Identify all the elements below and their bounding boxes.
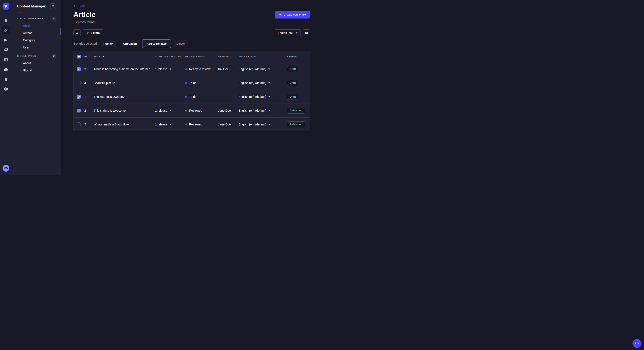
cell-review-stage: Reviewed [185,123,218,126]
sidebar-item-user[interactable]: User [17,44,56,51]
cell-released-dropdown[interactable]: 1 release [155,109,185,112]
nav-rail: KD [0,0,12,175]
cell-available-in-dropdown[interactable]: English (en) (default) [238,123,287,126]
search-icon [52,5,55,8]
row-checkbox[interactable] [77,109,81,113]
cell-review-stage: To do [185,81,218,85]
bullet-icon [20,25,20,26]
chevron-down-icon [268,96,270,97]
sidebar-item-about[interactable]: About [17,59,56,67]
check-icon [78,68,80,70]
add-to-release-button[interactable]: Add to Release [143,40,170,47]
entries-table: ID TITLE TO BE RELEASED IN REVIEW STAGE … [74,51,310,131]
bullet-icon [20,70,20,71]
chevron-down-icon [268,124,270,125]
row-checkbox[interactable] [77,67,81,71]
sidebar-search-button[interactable] [50,3,56,9]
sidebar-item-global[interactable]: Global [17,67,56,74]
entries-count: 5 entries found [74,20,96,24]
column-header-assignee[interactable]: ASSIGNEE [218,55,238,58]
table-row[interactable]: 4 Beautiful picture - To do - English (e… [74,76,310,90]
chevron-down-icon [170,110,172,111]
column-header-released[interactable]: TO BE RELEASED IN [155,55,185,58]
table-row[interactable]: 3 A bug is becoming a meme on the intern… [74,62,310,76]
logo-container [0,0,12,13]
delete-label: Delete [176,42,185,45]
marketplace-cart-icon[interactable] [2,75,10,83]
table-search-button[interactable] [74,29,80,36]
locale-value: English (en) (default) [238,67,266,71]
column-header-id[interactable]: ID [84,55,94,58]
released-value: - [155,81,156,85]
select-all-checkbox[interactable] [77,55,81,58]
cloud-icon[interactable] [2,65,10,73]
sidebar-item-category[interactable]: Category [17,37,56,44]
arrow-left-icon [74,4,77,8]
sidebar-item-label: Author [23,31,32,35]
row-checkbox[interactable] [77,123,81,126]
cell-released-dropdown[interactable]: 1 release [155,67,185,71]
stage-dot-icon [185,82,187,84]
chevron-down-icon [268,82,270,84]
stage-dot-icon [185,124,187,126]
media-library-icon[interactable] [2,46,10,54]
selection-count-text: 3 entries selected [74,42,97,45]
cell-available-in-dropdown[interactable]: English (en) (default) [238,67,287,71]
cell-status: Draft [287,94,310,100]
home-icon[interactable] [2,16,10,24]
cell-released-dropdown[interactable]: 1 release [155,123,185,126]
table-row[interactable]: 5 What's inside a Black Hole 1 release R… [74,117,310,131]
bullet-icon [20,32,20,33]
column-header-status[interactable]: STATUS [287,55,310,58]
sidebar-item-label: About [23,61,31,65]
sidebar-item-label: User [23,46,30,49]
cell-available-in-dropdown[interactable]: English (en) (default) [238,95,287,98]
unpublish-button[interactable]: Unpublish [120,40,140,47]
settings-gear-icon[interactable] [2,85,10,93]
column-header-title[interactable]: TITLE [94,55,155,58]
publish-button[interactable]: Publish [100,40,117,47]
list-settings-button[interactable] [303,29,310,36]
locale-value: English (en) (default) [238,109,266,112]
table-row[interactable]: 1 The internet's Own boy - To do - Engli… [74,90,310,104]
cell-released-dropdown[interactable]: - [155,95,185,98]
sidebar-divider [17,12,22,13]
column-header-review-stage[interactable]: REVIEW STAGE [185,55,218,58]
stage-dot-icon [185,96,187,98]
sidebar-item-article[interactable]: Article [17,22,56,29]
chevron-down-icon [268,110,270,111]
cell-released-dropdown[interactable]: - [155,81,185,85]
main-content: Back Article 5 entries found Create new … [61,0,322,175]
page-title: Article [74,11,96,19]
status-badge: Published [287,108,305,114]
cell-assignee: Kai Doe [218,67,238,71]
stage-dot-icon [185,68,187,70]
delete-button[interactable]: Delete [173,40,188,47]
user-avatar[interactable]: KD [2,165,9,172]
strapi-logo[interactable] [2,3,9,9]
content-manager-icon[interactable] [2,26,10,34]
back-link[interactable]: Back [74,4,85,8]
cell-assignee: - [218,95,238,98]
row-checkbox[interactable] [77,95,81,99]
column-header-available-in[interactable]: AVAILABLE IN [238,55,287,58]
released-value: 1 release [155,123,168,126]
filters-button[interactable]: Filters [83,29,103,36]
sidebar-title: Content Manager [17,4,46,8]
locale-select[interactable]: English (en) [275,29,301,36]
cell-id: 5 [84,123,94,126]
create-new-entry-button[interactable]: Create new entry [275,11,310,18]
released-value: 1 release [155,67,168,71]
row-checkbox[interactable] [77,81,81,85]
cell-available-in-dropdown[interactable]: English (en) (default) [238,109,287,112]
cell-available-in-dropdown[interactable]: English (en) (default) [238,81,287,85]
app-window: KD Content Manager Collection Types 4 Ar… [0,0,322,175]
table-row[interactable]: 2 This shrimp is awesome 1 release Revie… [74,104,310,117]
gear-icon [305,31,308,35]
sidebar-item-author[interactable]: Author [17,29,56,37]
sort-ascending-icon[interactable] [103,56,104,57]
collection-types-list: Article Author Category User [17,22,56,51]
locale-selected-value: English (en) [278,31,292,34]
releases-icon[interactable] [2,36,10,44]
content-type-builder-icon[interactable] [2,56,10,63]
